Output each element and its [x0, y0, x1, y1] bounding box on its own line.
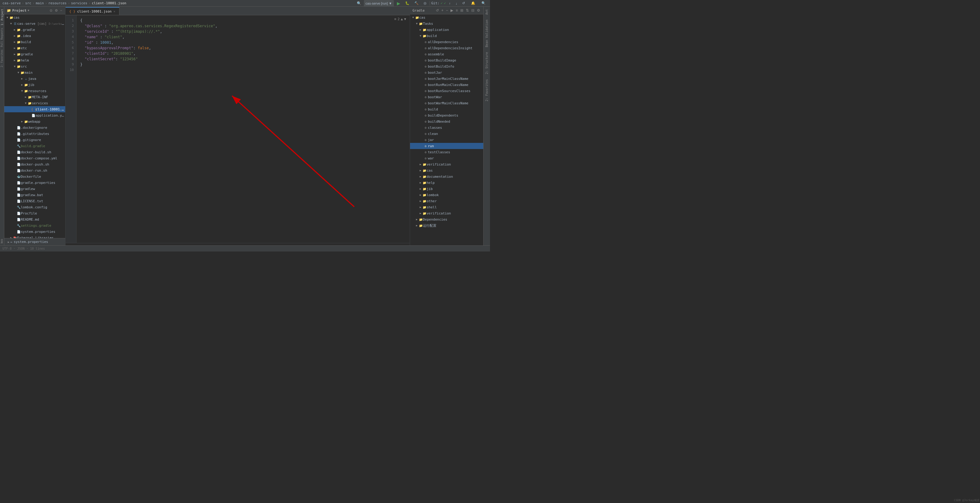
- tree-item-gradlew[interactable]: 📄 gradlew: [4, 186, 65, 192]
- tree-item-cas-serve[interactable]: ▼ ☰ cas-serve [cas] D:\workspace\cas-pro…: [4, 21, 65, 27]
- right-tab-ant[interactable]: Ant: [485, 8, 488, 16]
- tree-item-webapp[interactable]: ▶ 📁 webapp: [4, 118, 65, 125]
- right-tab-favorites[interactable]: 2: Favorites: [485, 78, 488, 103]
- tree-item-idea[interactable]: ▶ 📁 .idea: [4, 33, 65, 39]
- gradle-item-tasks[interactable]: ▼ 📁 Tasks: [410, 21, 483, 27]
- git-push-button[interactable]: ↑: [447, 0, 453, 7]
- gradle-item-clean[interactable]: ⚙ clean: [410, 131, 483, 137]
- build-button[interactable]: 🔨: [412, 0, 420, 7]
- gradle-item-lombok-tasks[interactable]: ▶ 📁 lombok: [410, 192, 483, 198]
- tree-item-build[interactable]: ▶ 📁 build: [4, 39, 65, 45]
- gradle-item-cas-tasks[interactable]: ▶ 📁 cas: [410, 167, 483, 173]
- tree-item-helm[interactable]: ▶ 📁 helm: [4, 57, 65, 63]
- tree-item-etc[interactable]: ▶ 📁 etc: [4, 45, 65, 51]
- tree-item-dockerfile[interactable]: 🐳 Dockerfile: [4, 173, 65, 179]
- bc-src[interactable]: src: [25, 1, 31, 5]
- web-tab[interactable]: Web: [1, 238, 3, 244]
- tree-item-meta-inf[interactable]: ▶ 📁 META-INF: [4, 94, 65, 100]
- gradle-item-build-task[interactable]: ⚙ build: [410, 106, 483, 112]
- right-tab-structure[interactable]: 2: Structure: [485, 51, 488, 75]
- tree-item-main[interactable]: ▼ 📁 main: [4, 70, 65, 76]
- gradle-item-application[interactable]: ▶ 📁 application: [410, 27, 483, 33]
- scratches-bar[interactable]: ▶ ✏️ system.properties: [4, 238, 65, 245]
- gradle-item-classes[interactable]: ⚙ classes: [410, 125, 483, 131]
- tree-item-gitignore[interactable]: 📄 .gitignore: [4, 137, 65, 143]
- tree-item-docker-build[interactable]: 📄 docker-build.sh: [4, 149, 65, 155]
- gradle-item-bootJar[interactable]: ⚙ bootJar: [410, 70, 483, 76]
- tab-client-json[interactable]: { } client-10001.json ×: [65, 7, 119, 15]
- gradle-item-dependencies[interactable]: ▶ 📁 Dependencies: [410, 216, 483, 222]
- gradle-item-documentation[interactable]: ▶ 📁 documentation: [410, 173, 483, 179]
- gradle-run-button[interactable]: ▶: [450, 8, 454, 13]
- git-update-button[interactable]: ↺: [460, 0, 467, 7]
- tree-item-build-gradle[interactable]: 🔧 build.gradle: [4, 143, 65, 149]
- gradle-item-allDependencies[interactable]: ⚙ allDependencies: [410, 39, 483, 45]
- tree-item-client-json[interactable]: { } client-10001.json: [4, 106, 65, 112]
- close-panel-button[interactable]: −: [60, 9, 63, 13]
- gradle-item-jib-tasks[interactable]: ▶ 📁 jib: [410, 186, 483, 192]
- search-everywhere-button[interactable]: 🔍: [480, 0, 488, 7]
- gradle-item-buildNeeded[interactable]: ⚙ buildNeeded: [410, 118, 483, 125]
- gradle-item-build-setup[interactable]: ▶ 📁 verification: [410, 161, 483, 167]
- tree-item-dockerignore[interactable]: 📄 .dockerignore: [4, 125, 65, 131]
- gradle-add-button[interactable]: +: [441, 8, 444, 13]
- tree-item-lombok[interactable]: 🔧 lombok.config: [4, 204, 65, 210]
- gradle-item-bootJarMainClassName[interactable]: ⚙ bootJarMainClassName: [410, 76, 483, 82]
- coverage-button[interactable]: ◎: [422, 0, 428, 7]
- gradle-toggle-button[interactable]: ≡: [455, 8, 458, 13]
- tree-item-procfile[interactable]: 📄 Procfile: [4, 210, 65, 216]
- tree-item-docker-run[interactable]: 📄 docker-run.sh: [4, 167, 65, 173]
- scope-button[interactable]: ⊙: [49, 9, 53, 13]
- notifications-button[interactable]: 🔔: [469, 0, 477, 7]
- tree-item-gradle[interactable]: ▶ 📁 .gradle: [4, 27, 65, 33]
- gradle-item-testClasses[interactable]: ⚙ testClasses: [410, 149, 483, 155]
- gradle-item-buildDependents[interactable]: ⚙ buildDependents: [410, 112, 483, 118]
- gradle-item-bootRunSourcesClasses[interactable]: ⚙ bootRunSourcesClasses: [410, 88, 483, 94]
- code-editor[interactable]: ≡ 2 ▲ ▼ { "@class" : "org.apereo.cas.ser…: [76, 15, 410, 243]
- tree-item-docker-compose[interactable]: 📄 docker-compose.yml: [4, 155, 65, 161]
- gradle-group-button[interactable]: ⊞: [460, 8, 464, 13]
- bc-resources[interactable]: resources: [48, 1, 67, 5]
- tree-item-external-libs[interactable]: ▶ 📚 External Libraries: [4, 235, 65, 238]
- gradle-item-bootBuildImage[interactable]: ⚙ bootBuildImage: [410, 57, 483, 63]
- gradle-expand-button[interactable]: ⊟: [471, 8, 475, 13]
- tree-item-application-yml[interactable]: 📄 application.yml: [4, 112, 65, 118]
- gradle-settings-button[interactable]: ⚙: [476, 8, 481, 13]
- project-tab[interactable]: 1: Project: [1, 8, 4, 26]
- pull-requests-tab[interactable]: Pull Requests: [1, 27, 3, 48]
- gradle-item-run[interactable]: ⚙ run: [410, 143, 483, 149]
- tree-item-docker-push[interactable]: 📄 docker-push.sh: [4, 161, 65, 167]
- bc-main[interactable]: main: [36, 1, 44, 5]
- tree-item-license[interactable]: 📄 LICENSE.txt: [4, 198, 65, 204]
- favorites-tab[interactable]: 2: Favorites: [1, 49, 3, 68]
- tree-item-cas[interactable]: ▼ 📁 cas: [4, 14, 65, 21]
- gradle-item-allDependenciesInsight[interactable]: ⚙ allDependenciesInsight: [410, 45, 483, 51]
- gradle-refresh-button[interactable]: ↺: [435, 8, 439, 13]
- gradle-item-bootBuildInfo[interactable]: ⚙ bootBuildInfo: [410, 63, 483, 70]
- gear-button[interactable]: ⚙: [54, 9, 59, 13]
- gradle-minus-button[interactable]: −: [445, 8, 449, 13]
- tree-item-readme[interactable]: 📄 README.md: [4, 216, 65, 222]
- run-button[interactable]: ▶: [395, 0, 402, 7]
- tree-item-services[interactable]: ▼ 📁 services: [4, 100, 65, 106]
- bc-services[interactable]: services: [71, 1, 87, 5]
- tree-item-system-properties[interactable]: 📄 system.properties: [4, 228, 65, 235]
- gradle-item-verification-tasks[interactable]: ▶ 📁 verification: [410, 210, 483, 216]
- bc-file[interactable]: client-10001.json: [92, 1, 126, 5]
- gradle-item-build-folder[interactable]: ▼ 📁 build: [410, 33, 483, 39]
- tree-item-resources[interactable]: ▼ 📁 resources: [4, 88, 65, 94]
- gradle-item-bootWarMainClassName[interactable]: ⚙ bootWarMainClassName: [410, 100, 483, 106]
- tree-item-gitattributes[interactable]: 📄 .gitattributes: [4, 131, 65, 137]
- tree-item-java[interactable]: ▶ ☕ java: [4, 76, 65, 82]
- tree-item-settings-gradle[interactable]: 🔧 settings.gradle: [4, 222, 65, 228]
- gradle-item-jar[interactable]: ⚙ jar: [410, 137, 483, 143]
- tree-item-gradlew-bat[interactable]: 📄 gradlew.bat: [4, 192, 65, 198]
- gradle-item-help[interactable]: ▶ 📁 help: [410, 179, 483, 186]
- gradle-item-other-tasks[interactable]: ▶ 📁 other: [410, 198, 483, 204]
- gradle-item-shell-tasks[interactable]: ▶ 📁 shell: [410, 204, 483, 210]
- git-pull-button[interactable]: ↓: [454, 0, 460, 7]
- tree-item-src[interactable]: ▼ 📁 src: [4, 63, 65, 70]
- gradle-sort-button[interactable]: ⇅: [465, 8, 469, 13]
- gradle-item-assemble[interactable]: ⚙ assemble: [410, 51, 483, 57]
- bc-cas-serve[interactable]: cas-serve: [2, 1, 21, 5]
